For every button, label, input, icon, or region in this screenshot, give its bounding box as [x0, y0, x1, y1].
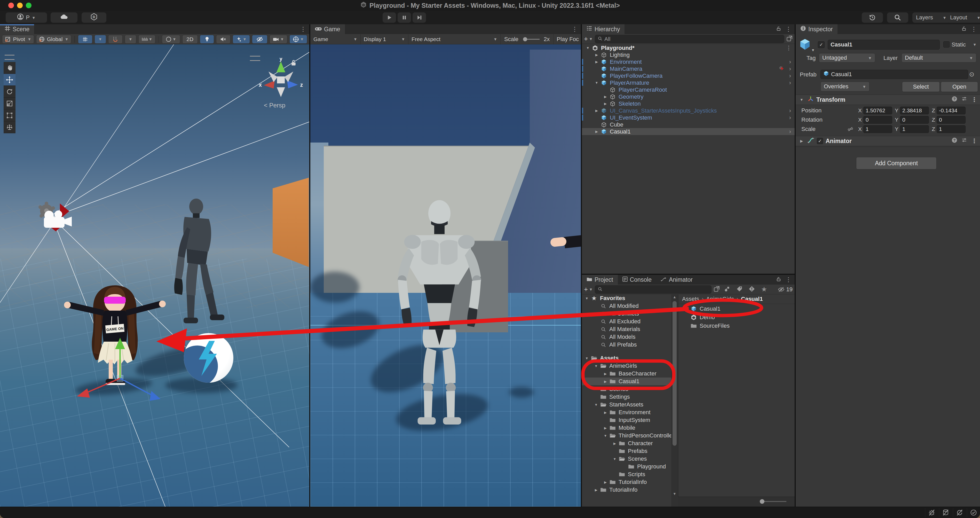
hierarchy-item-environment[interactable]: ▶Environment› — [582, 58, 795, 65]
cache-server-status-icon[interactable] — [939, 508, 952, 517]
expand-arrow-icon[interactable]: ▶ — [593, 488, 600, 492]
rect-tool[interactable] — [4, 110, 16, 121]
project-folder-basecharacter[interactable]: ▶BaseCharacter — [582, 370, 671, 378]
search-everywhere-button[interactable] — [887, 13, 908, 23]
project-folder-all-materials[interactable]: All Materials — [582, 325, 671, 333]
project-folder-prefabs[interactable]: Prefabs — [582, 447, 671, 455]
position-x-field[interactable]: 1.50762 — [863, 107, 892, 115]
project-folder-playground[interactable]: Playground — [582, 463, 671, 470]
transform-tool[interactable] — [4, 121, 16, 133]
expand-arrow-icon[interactable]: ▼ — [593, 364, 600, 368]
tab-project[interactable]: Project — [582, 275, 618, 285]
animator-enabled-checkbox[interactable]: ✓ — [817, 138, 823, 144]
project-folder-casual1[interactable]: ▶Casual1 — [582, 378, 671, 385]
hierarchy-item-skeleton[interactable]: ▶Skeleton — [582, 100, 795, 107]
prefab-chevron-icon[interactable]: › — [789, 65, 791, 72]
scroll-thumb[interactable] — [673, 301, 677, 446]
presets-icon[interactable] — [961, 96, 967, 103]
rotation-z-field[interactable]: 0 — [937, 116, 966, 124]
expand-arrow-icon[interactable]: ▶ — [602, 480, 609, 484]
search-by-import-log-button[interactable] — [747, 286, 757, 293]
icon-size-slider[interactable] — [757, 499, 788, 505]
move-gizmo[interactable] — [62, 336, 165, 406]
project-folder-scenes[interactable]: Scenes — [582, 385, 671, 393]
search-by-type-button[interactable] — [722, 286, 732, 293]
camera-settings-dropdown[interactable]: ▼ — [269, 35, 287, 44]
open-search-window-button[interactable] — [714, 286, 720, 293]
chevron-down-icon[interactable]: ▼ — [811, 48, 815, 52]
prefab-chevron-icon[interactable]: › — [789, 59, 791, 65]
project-folder-animegirls[interactable]: ▼AnimeGirls — [582, 362, 671, 370]
presets-icon[interactable] — [961, 137, 967, 145]
constrain-proportions-icon[interactable] — [845, 126, 856, 132]
create-asset-dropdown[interactable]: +▼ — [584, 285, 593, 293]
project-folder-all-models[interactable]: All Models — [582, 333, 671, 341]
gizmo-lock-icon[interactable] — [290, 59, 297, 67]
search-by-label-button[interactable] — [734, 286, 745, 293]
expand-arrow-icon[interactable]: ▶ — [593, 60, 600, 64]
project-folder-all-modified[interactable]: All Modified — [582, 302, 671, 310]
play-button[interactable] — [383, 13, 396, 23]
scale-z-field[interactable]: 1 — [937, 125, 966, 133]
auto-refresh-status-icon[interactable] — [953, 508, 966, 517]
open-button[interactable]: Open — [941, 81, 978, 92]
hierarchy-item-cube[interactable]: Cube — [582, 121, 795, 128]
breadcrumb-casual1[interactable]: Casual1 — [741, 296, 763, 302]
hidden-objects-toggle[interactable] — [252, 35, 267, 44]
prefab-chevron-icon[interactable]: › — [789, 80, 791, 86]
tab-animator[interactable]: Animator — [656, 275, 697, 285]
project-file-casual1[interactable]: Casual1 — [678, 304, 795, 313]
compile-status-icon[interactable] — [967, 508, 980, 517]
help-icon[interactable]: ? — [951, 137, 957, 145]
game-display-mode-dropdown[interactable]: Game▼ — [310, 34, 361, 44]
scene-row-kebab-icon[interactable]: ⋮ — [786, 45, 792, 51]
scale-y-field[interactable]: 1 — [900, 125, 929, 133]
rotation-x-field[interactable]: 0 — [863, 116, 892, 124]
tools-drag-handle[interactable] — [5, 55, 14, 60]
project-tree-scrollbar[interactable]: ▲ ▼ — [671, 294, 678, 507]
project-folder-tutorialinfo[interactable]: ▶TutorialInfo — [582, 478, 671, 486]
animator-component-header[interactable]: ▶ ✓ Animator ? ⋮ — [795, 136, 980, 146]
project-folder-scripts[interactable]: Scripts — [582, 470, 671, 478]
project-menu-kebab-icon[interactable]: ⋮ — [785, 276, 792, 283]
project-folder-thirdpersoncontroller[interactable]: ▼ThirdPersonController — [582, 432, 671, 440]
step-button[interactable] — [412, 13, 426, 23]
prefab-chevron-icon[interactable]: › — [789, 115, 791, 121]
component-kebab-icon[interactable]: ⋮ — [971, 96, 977, 103]
camera-gizmo-icon[interactable] — [35, 197, 76, 236]
cloud-services-button[interactable] — [51, 13, 78, 23]
static-flags-dropdown[interactable]: ▼ — [973, 42, 977, 47]
expand-arrow-icon[interactable]: ▼ — [593, 403, 600, 407]
project-folder-favorites[interactable]: ▼★Favorites — [582, 294, 671, 302]
tab-console[interactable]: Console — [618, 275, 656, 285]
aspect-ratio-dropdown[interactable]: Free Aspect▼ — [409, 34, 501, 44]
help-icon[interactable]: ? — [951, 96, 957, 103]
project-folder-inputsystem[interactable]: InputSystem — [582, 416, 671, 424]
gizmos-dropdown[interactable]: ▼ — [290, 35, 307, 44]
project-file-sourcefiles[interactable]: SourceFiles — [678, 322, 795, 330]
foldout-arrow[interactable]: ▶ — [798, 139, 805, 143]
open-search-window-button[interactable] — [786, 35, 792, 43]
expand-arrow-icon[interactable]: ▶ — [602, 426, 609, 430]
2d-toggle[interactable]: 2D — [182, 35, 198, 44]
lock-icon[interactable] — [961, 26, 967, 32]
hierarchy-item-playerarmature[interactable]: ▼PlayerArmature› — [582, 79, 795, 86]
transform-component-header[interactable]: ▼ Transform ? ⋮ — [795, 94, 980, 105]
project-folder-all-prefabs[interactable]: All Prefabs — [582, 341, 671, 349]
global-dropdown[interactable]: Global▼ — [36, 35, 71, 44]
scale-x-field[interactable]: 1 — [863, 125, 892, 133]
project-folder-starterassets[interactable]: ▼StarterAssets — [582, 401, 671, 408]
game-menu-kebab-icon[interactable]: ⋮ — [571, 26, 578, 33]
lighting-toggle[interactable] — [200, 35, 214, 44]
layer-dropdown[interactable]: Default▼ — [902, 53, 976, 62]
pause-button[interactable] — [398, 13, 411, 23]
prefab-chevron-icon[interactable]: › — [789, 128, 791, 135]
project-folder-character[interactable]: ▶Character — [582, 440, 671, 447]
expand-arrow-icon[interactable]: ▶ — [602, 411, 609, 414]
overrides-dropdown[interactable]: Overrides▼ — [821, 81, 870, 91]
prefab-field[interactable]: Casual1 — [821, 70, 968, 79]
expand-arrow-icon[interactable]: ▼ — [584, 356, 590, 360]
grid-snap-options[interactable]: ▼ — [94, 35, 106, 44]
add-component-button[interactable]: Add Component — [856, 157, 937, 169]
snap-increment-options[interactable]: ▼ — [125, 35, 136, 44]
